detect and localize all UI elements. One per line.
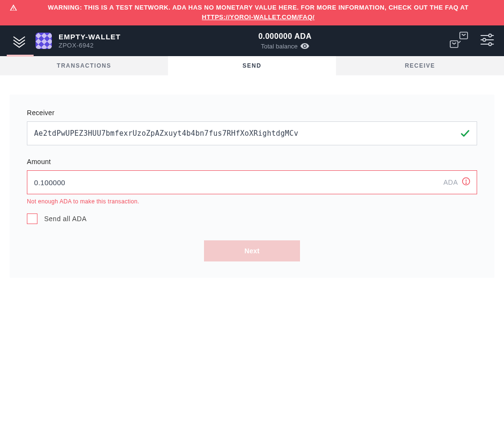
receiver-block: Receiver bbox=[27, 109, 477, 145]
warning-banner: WARNING: THIS IS A TEST NETWORK. ADA HAS… bbox=[0, 0, 504, 25]
amount-label: Amount bbox=[27, 158, 477, 166]
receiver-input[interactable] bbox=[27, 121, 477, 145]
wallet-name: EMPTY-WALLET bbox=[59, 33, 121, 41]
wallet-info: EMPTY-WALLET ZPOX-6942 bbox=[59, 33, 121, 49]
wallets-switcher-icon[interactable] bbox=[449, 31, 468, 50]
svg-point-10 bbox=[466, 183, 467, 184]
wallet-avatar bbox=[36, 33, 52, 49]
receiver-valid-icon bbox=[460, 128, 470, 139]
amount-input[interactable] bbox=[27, 170, 477, 194]
yoroi-logo[interactable] bbox=[10, 31, 29, 50]
svg-point-5 bbox=[483, 38, 486, 41]
tab-receive[interactable]: RECEIVE bbox=[336, 56, 504, 75]
amount-error-icon bbox=[462, 177, 470, 188]
amount-currency-suffix: ADA bbox=[444, 178, 458, 186]
balance-value: 0.000000 ADA bbox=[258, 32, 312, 41]
wallet-tabs: TRANSACTIONS SEND RECEIVE bbox=[0, 56, 504, 75]
balance-block: 0.000000 ADA Total balance bbox=[128, 32, 443, 50]
svg-point-7 bbox=[489, 43, 492, 46]
loading-indicator bbox=[7, 55, 34, 57]
send-panel: Receiver Amount ADA Not enough ADA to ma… bbox=[10, 95, 494, 278]
svg-point-3 bbox=[489, 34, 492, 37]
app-header: EMPTY-WALLET ZPOX-6942 0.000000 ADA Tota… bbox=[0, 25, 504, 56]
wallet-plate-id: ZPOX-6942 bbox=[59, 42, 121, 49]
receiver-input-wrap bbox=[27, 121, 477, 145]
send-all-checkbox[interactable] bbox=[27, 213, 37, 224]
warning-faq-link[interactable]: HTTPS://YOROI-WALLET.COM/FAQ/ bbox=[202, 13, 315, 21]
amount-error-text: Not enough ADA to make this transaction. bbox=[27, 198, 477, 205]
tab-send[interactable]: SEND bbox=[168, 56, 336, 75]
amount-block: Amount ADA Not enough ADA to make this t… bbox=[27, 158, 477, 224]
amount-input-wrap: ADA bbox=[27, 170, 477, 194]
settings-icon[interactable] bbox=[480, 33, 494, 49]
warning-text: WARNING: THIS IS A TEST NETWORK. ADA HAS… bbox=[22, 3, 494, 22]
warning-icon bbox=[10, 4, 17, 13]
balance-label: Total balance bbox=[261, 43, 298, 50]
toggle-balance-visibility-button[interactable] bbox=[300, 43, 309, 49]
next-button[interactable]: Next bbox=[204, 240, 300, 261]
receiver-label: Receiver bbox=[27, 109, 477, 117]
tab-transactions[interactable]: TRANSACTIONS bbox=[0, 56, 168, 75]
send-all-row: Send all ADA bbox=[27, 213, 477, 224]
send-all-label: Send all ADA bbox=[44, 215, 87, 223]
